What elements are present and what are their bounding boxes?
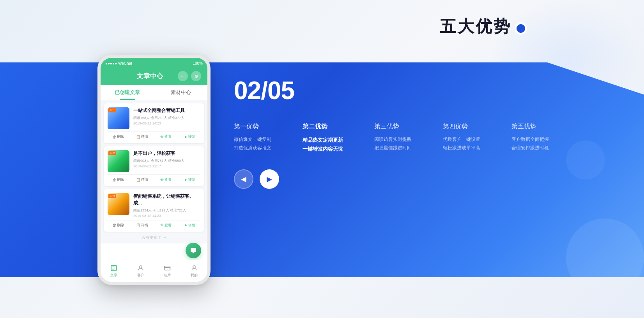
article-item-top: ①:1 一站式全网整合营销工具 阅读768人 今日269人 精准377人	[108, 107, 200, 129]
action-detail-2[interactable]: 📋 详情	[131, 177, 153, 182]
bottom-nav-card[interactable]: 名片	[154, 260, 181, 282]
next-button[interactable]: ▶	[260, 169, 279, 189]
action-view-2[interactable]: 👁 查看	[155, 177, 177, 182]
action-detail-3[interactable]: 📋 详情	[131, 223, 153, 228]
adv-title-1: 第一优势	[234, 123, 271, 131]
app-title: 文章中心	[137, 72, 163, 80]
advantage-item-5: 第五优势 客户数据全面把握 合理安排跟进时机	[511, 123, 549, 154]
advantage-item-2: 第二优势 精品热文定期更新 一键转发内容无忧	[303, 123, 343, 154]
svg-point-4	[140, 266, 142, 268]
phone-tabs: 已创建文章 素材中心	[101, 85, 207, 100]
adv-title-3: 第三优势	[374, 123, 412, 131]
bottom-nav-card-label: 名片	[164, 273, 171, 278]
article-title-2: 足不出户，轻松获客	[133, 150, 200, 157]
article-nav-icon	[110, 264, 118, 272]
article-stats-1: 阅读768人 今日269人 精准377人	[133, 115, 200, 121]
prev-button[interactable]: ◀	[234, 169, 253, 189]
bottom-nav-mine-label: 我的	[191, 273, 198, 278]
bottom-nav-article-label: 文章	[110, 273, 117, 278]
title-dot	[515, 22, 527, 35]
bottom-nav-mine[interactable]: 我的	[181, 260, 208, 282]
article-stats-3: 阅读1334人 今日192人 精准721人	[133, 208, 200, 213]
adv-title-5: 第五优势	[511, 123, 549, 131]
action-detail-1[interactable]: 📋 详情	[131, 134, 153, 139]
deco-circle-2	[566, 140, 605, 179]
page-wrapper: 五大优势 ●●●●● WeChat 100% 文章中心 ··· ⊕	[0, 0, 644, 318]
slide-counter: 02/05	[234, 78, 549, 103]
article-item-2: ①:2 足不出户，轻松获客 阅读903人 今日781人 精准589人	[104, 146, 204, 186]
svg-rect-5	[165, 266, 170, 270]
tab-created-articles[interactable]: 已创建文章	[101, 85, 154, 100]
action-delete-3[interactable]: 🗑 删除	[108, 223, 129, 228]
phone-status-bar: ●●●●● WeChat 100%	[101, 58, 207, 69]
article-title-3: 智能销售系统，让销售获客、成...	[133, 193, 200, 206]
article-thumb-3: ①:3	[108, 193, 129, 215]
bottom-nav-customer[interactable]: 客户	[127, 260, 154, 282]
more-text: 没有更多了 ···	[101, 232, 207, 243]
adv-desc-2: 精品热文定期更新 一键转发内容无忧	[303, 135, 343, 154]
action-forward-2[interactable]: ➤ 转发	[179, 177, 200, 182]
article-stats-2: 阅读903人 今日781人 精准589人	[133, 158, 200, 163]
phone-bottom-nav: 文章 客户	[101, 260, 207, 282]
article-thumb-1: ①:1	[108, 107, 129, 129]
header-menu-icon[interactable]: ···	[178, 71, 188, 81]
adv-title-2: 第二优势	[303, 123, 343, 131]
article-date-2: 2019-08-02 11:17	[133, 164, 200, 168]
article-info-3: 智能销售系统，让销售获客、成... 阅读1334人 今日192人 精准721人 …	[133, 193, 200, 218]
article-info-2: 足不出户，轻松获客 阅读903人 今日781人 精准589人 2019-08-0…	[133, 150, 200, 172]
content-section: 02/05 第一优势 微信爆文一键复制 打造优质获客推文 第二优势 精品热文定期…	[234, 78, 549, 189]
page-title: 五大优势	[440, 16, 511, 37]
bottom-nav-customer-label: 客户	[137, 273, 144, 278]
action-delete-2[interactable]: 🗑 删除	[108, 177, 129, 182]
article-badge-2: ①:2	[108, 151, 116, 155]
article-date-3: 2019-08-12 14:23	[133, 214, 200, 218]
article-thumb-2: ①:2	[108, 150, 129, 172]
article-actions-1: 🗑 删除 📋 详情 👁 查看 ➤ 转发	[108, 131, 200, 139]
advantage-item-3: 第三优势 阅读访客实时提醒 把握最佳跟进时间	[374, 123, 412, 154]
bottom-nav-article[interactable]: 文章	[101, 260, 127, 282]
tab-material-center[interactable]: 素材中心	[154, 85, 207, 100]
deco-circle-1	[566, 219, 644, 297]
phone-frame: ●●●●● WeChat 100% 文章中心 ··· ⊕ 已创建文章 素材中心	[97, 55, 211, 285]
article-date-1: 2019-08-12 14:23	[133, 121, 200, 125]
article-badge-3: ①:3	[108, 194, 116, 198]
mine-nav-icon	[190, 264, 198, 272]
action-forward-1[interactable]: ➤ 转发	[179, 134, 200, 139]
status-battery: 100%	[193, 61, 203, 66]
action-delete-1[interactable]: 🗑 删除	[108, 134, 129, 139]
header-icons: ··· ⊕	[178, 71, 201, 81]
action-view-3[interactable]: 👁 查看	[155, 223, 177, 228]
article-item: ①:1 一站式全网整合营销工具 阅读768人 今日269人 精准377人	[104, 103, 204, 143]
title-area: 五大优势	[440, 16, 527, 37]
phone-app-header: 文章中心 ··· ⊕	[101, 69, 207, 85]
fab-button[interactable]	[186, 243, 201, 258]
nav-buttons: ◀ ▶	[234, 169, 549, 189]
status-carrier: ●●●●● WeChat	[105, 61, 132, 66]
phone-container: ●●●●● WeChat 100% 文章中心 ··· ⊕ 已创建文章 素材中心	[97, 55, 214, 285]
card-nav-icon	[163, 264, 171, 272]
article-actions-2: 🗑 删除 📋 详情 👁 查看 ➤ 转发	[108, 174, 200, 182]
article-item-top-2: ①:2 足不出户，轻松获客 阅读903人 今日781人 精准589人	[108, 150, 200, 172]
svg-point-7	[193, 266, 195, 268]
article-badge-1: ①:1	[108, 108, 116, 112]
article-item-top-3: ①:3 智能销售系统，让销售获客、成... 阅读1334人 今日192人 精准7…	[108, 193, 200, 218]
advantages-row: 第一优势 微信爆文一键复制 打造优质获客推文 第二优势 精品热文定期更新 一键转…	[234, 123, 549, 154]
advantage-item-4: 第四优势 优质客户一键设置 轻松跟进成单率高	[443, 123, 480, 154]
article-actions-3: 🗑 删除 📋 详情 👁 查看 ➤ 转发	[108, 220, 200, 228]
adv-desc-4: 优质客户一键设置 轻松跟进成单率高	[443, 135, 480, 152]
action-view-1[interactable]: 👁 查看	[155, 134, 177, 139]
header-add-icon[interactable]: ⊕	[191, 71, 201, 81]
adv-title-4: 第四优势	[443, 123, 480, 131]
adv-desc-5: 客户数据全面把握 合理安排跟进时机	[511, 135, 549, 152]
article-title-1: 一站式全网整合营销工具	[133, 107, 200, 114]
advantage-item-1: 第一优势 微信爆文一键复制 打造优质获客推文	[234, 123, 271, 154]
customer-nav-icon	[137, 264, 145, 272]
article-list: ①:1 一站式全网整合营销工具 阅读768人 今日269人 精准377人	[101, 100, 207, 243]
article-item-3: ①:3 智能销售系统，让销售获客、成... 阅读1334人 今日192人 精准7…	[104, 189, 204, 232]
article-info-1: 一站式全网整合营销工具 阅读768人 今日269人 精准377人 2019-08…	[133, 107, 200, 129]
adv-desc-3: 阅读访客实时提醒 把握最佳跟进时间	[374, 135, 412, 152]
adv-desc-1: 微信爆文一键复制 打造优质获客推文	[234, 135, 271, 152]
action-forward-3[interactable]: ➤ 转发	[179, 223, 200, 228]
